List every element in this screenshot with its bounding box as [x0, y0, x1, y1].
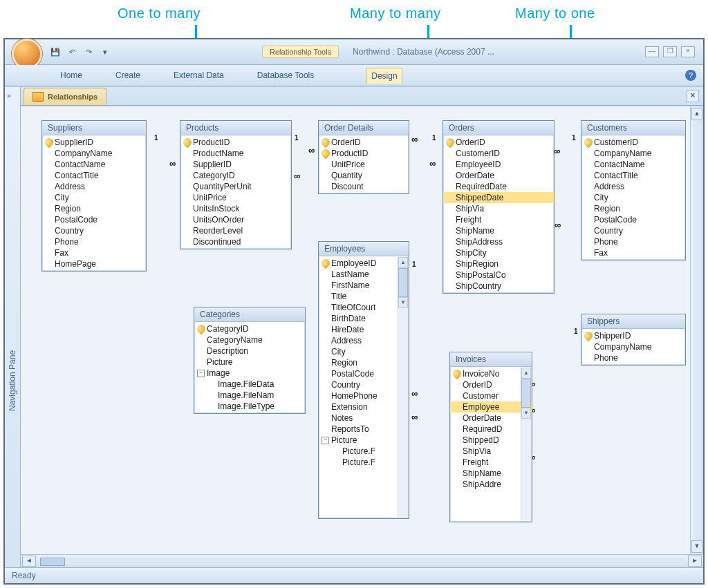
table-field[interactable]: CompanyName	[581, 341, 685, 352]
qat-more-icon[interactable]: ▾	[99, 46, 111, 58]
table-field[interactable]: City	[42, 192, 146, 203]
ribbon-tab-design[interactable]: Design	[366, 68, 402, 84]
table-field[interactable]: UnitsInStock	[180, 203, 291, 214]
table-field[interactable]: Freight	[450, 457, 532, 468]
ribbon-tab-database-tools[interactable]: Database Tools	[253, 68, 319, 83]
scroll-right-icon[interactable]: ►	[688, 556, 702, 567]
close-button[interactable]: ×	[681, 46, 695, 57]
table-field[interactable]: ReorderLevel	[180, 225, 291, 236]
document-close-button[interactable]: ×	[687, 90, 699, 102]
relationships-canvas[interactable]: 1 ∞ 1 ∞ ∞ 1 ∞ 1 ∞ 1 1 ∞ ∞ 1 ∞ ∞ ∞ ∞ ∞	[21, 106, 703, 554]
table-field[interactable]: SupplierID	[42, 137, 146, 148]
table-field[interactable]: PostalCode	[42, 214, 146, 225]
navigation-pane-collapsed[interactable]: » Navigation Pane	[5, 87, 21, 567]
table-field[interactable]: Country	[42, 225, 146, 236]
minimize-button[interactable]: —	[645, 46, 659, 57]
help-icon[interactable]: ?	[685, 70, 696, 81]
table-field[interactable]: City	[319, 346, 409, 357]
table-field[interactable]: Picture.F	[319, 457, 409, 468]
table-field[interactable]: ShipAddre	[450, 479, 532, 490]
table-field[interactable]: Address	[319, 335, 409, 346]
table-field[interactable]: ShipRegion	[443, 258, 554, 269]
table-field[interactable]: SupplierID	[180, 159, 291, 170]
table-field[interactable]: LastName	[319, 269, 409, 280]
table-title[interactable]: Employees	[319, 242, 409, 256]
table-field[interactable]: ContactName	[581, 159, 685, 170]
table-field[interactable]: Picture.F	[319, 446, 409, 457]
table-field[interactable]: Notes	[319, 412, 409, 424]
table-field[interactable]: TitleOfCourt	[319, 302, 409, 313]
table-title[interactable]: Shippers	[581, 314, 685, 329]
restore-button[interactable]: ❐	[663, 46, 677, 57]
expand-toggle-icon[interactable]: −	[322, 437, 329, 444]
table-field[interactable]: UnitPrice	[319, 159, 409, 170]
table-field[interactable]: City	[581, 192, 685, 203]
table-field[interactable]: EmployeeID	[319, 258, 409, 269]
table-field[interactable]: CategoryID	[194, 323, 305, 334]
table-field[interactable]: Customer	[450, 390, 532, 401]
table-title[interactable]: Suppliers	[42, 121, 146, 135]
table-field[interactable]: −Image	[194, 368, 305, 379]
table-field[interactable]: PostalCode	[319, 368, 409, 379]
table-field[interactable]: Fax	[581, 247, 685, 258]
canvas-horizontal-scrollbar[interactable]: ◄ ►	[21, 554, 703, 567]
table-orders[interactable]: OrdersOrderIDCustomerIDEmployeeIDOrderDa…	[442, 120, 555, 294]
table-field[interactable]: CustomerID	[443, 148, 554, 159]
qat-undo-icon[interactable]: ↶	[66, 46, 78, 58]
table-employees[interactable]: EmployeesEmployeeIDLastNameFirstNameTitl…	[318, 241, 409, 519]
table-field[interactable]: CategoryID	[180, 170, 291, 181]
table-field[interactable]: OrderDate	[450, 412, 532, 424]
table-field[interactable]: OrderID	[450, 379, 532, 390]
table-scrollbar[interactable]: ▲▼	[521, 368, 531, 520]
table-field[interactable]: Title	[319, 291, 409, 302]
table-field[interactable]: Phone	[581, 352, 685, 363]
table-field[interactable]: Country	[319, 379, 409, 390]
table-title[interactable]: Invoices	[450, 352, 532, 367]
table-field[interactable]: Picture	[194, 357, 305, 368]
scroll-thumb[interactable]	[40, 558, 65, 566]
ribbon-tab-home[interactable]: Home	[56, 68, 86, 83]
table-field[interactable]: −Picture	[319, 435, 409, 446]
table-field[interactable]: Image.FileNam	[194, 390, 305, 401]
table-shippers[interactable]: ShippersShipperIDCompanyNamePhone	[581, 314, 686, 366]
scroll-left-icon[interactable]: ◄	[22, 556, 36, 567]
table-field[interactable]: BirthDate	[319, 313, 409, 324]
table-field[interactable]: ShipCity	[443, 247, 554, 258]
table-field[interactable]: CategoryName	[194, 334, 305, 345]
scroll-up-icon[interactable]: ▲	[691, 108, 702, 120]
table-field[interactable]: ProductID	[319, 148, 409, 159]
qat-redo-icon[interactable]: ↷	[82, 46, 95, 58]
table-title[interactable]: Customers	[581, 121, 685, 135]
canvas-vertical-scrollbar[interactable]: ▲ ▼	[690, 106, 703, 554]
table-field[interactable]: UnitPrice	[180, 192, 291, 203]
table-field[interactable]: Region	[319, 357, 409, 368]
table-orderdetails[interactable]: Order DetailsOrderIDProductIDUnitPriceQu…	[318, 120, 409, 194]
table-field[interactable]: Address	[42, 181, 146, 192]
table-field[interactable]: Extension	[319, 401, 409, 412]
table-field[interactable]: Fax	[42, 247, 146, 258]
table-title[interactable]: Orders	[443, 121, 554, 135]
table-field[interactable]: ShipCountry	[443, 281, 554, 292]
table-field[interactable]: ReportsTo	[319, 424, 409, 435]
table-field[interactable]: OrderDate	[443, 170, 554, 181]
table-field[interactable]: ShipName	[450, 468, 532, 479]
table-field[interactable]: Image.FileData	[194, 379, 305, 390]
table-suppliers[interactable]: SuppliersSupplierIDCompanyNameContactNam…	[41, 120, 147, 272]
table-categories[interactable]: CategoriesCategoryIDCategoryNameDescript…	[194, 307, 306, 414]
table-field[interactable]: Region	[42, 203, 146, 214]
table-field[interactable]: HomePhone	[319, 390, 409, 401]
table-title[interactable]: Order Details	[319, 121, 409, 135]
table-field[interactable]: Discount	[319, 181, 409, 192]
table-field[interactable]: ShipAddress	[443, 236, 554, 247]
table-field[interactable]: CustomerID	[581, 137, 685, 148]
table-field[interactable]: CompanyName	[581, 148, 685, 159]
table-field[interactable]: Region	[581, 203, 685, 214]
table-field[interactable]: PostalCode	[581, 214, 685, 225]
table-field[interactable]: ShipperID	[581, 330, 685, 341]
table-title[interactable]: Categories	[194, 307, 305, 322]
table-field[interactable]: Description	[194, 345, 305, 357]
table-field[interactable]: RequiredDate	[443, 181, 554, 192]
scroll-down-icon[interactable]: ▼	[691, 540, 702, 553]
table-field[interactable]: ShipVia	[450, 446, 532, 457]
table-field[interactable]: CompanyName	[42, 148, 146, 159]
